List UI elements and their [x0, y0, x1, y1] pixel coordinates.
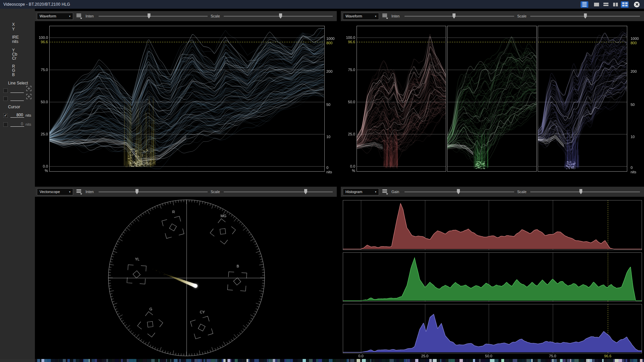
layout-columns-button[interactable] [611, 1, 619, 8]
panel-header: Waveform ▾ Inten Scale [35, 11, 337, 21]
slider-handle[interactable] [136, 189, 139, 194]
vectorscope-target-label: G [149, 307, 152, 311]
axis-label: 800 [326, 41, 332, 45]
sidebar-item-b[interactable]: B [12, 73, 15, 77]
slider-label: Scale [211, 190, 221, 194]
axis-label: 50.0 [341, 100, 355, 104]
slider-handle[interactable] [584, 13, 587, 19]
dropdown-value: Vectorscope [40, 190, 60, 194]
axis-label: 25.0 [341, 132, 355, 136]
scale-slider[interactable] [530, 191, 640, 192]
slider-handle[interactable] [304, 189, 307, 194]
layout-rows-button[interactable] [602, 1, 610, 8]
layout-columns-icon [613, 3, 618, 6]
slider-label: Inten [391, 14, 401, 18]
sidebar-item-y[interactable]: Y [12, 27, 15, 32]
scale-slider-group: Scale [517, 14, 640, 18]
line-select-field-2[interactable] [10, 96, 24, 101]
scale-slider[interactable] [224, 16, 333, 17]
intensity-slider[interactable] [99, 191, 208, 192]
axis-label: nits [631, 170, 636, 174]
scale-slider[interactable] [224, 191, 333, 192]
cursor-unit-label: nits [25, 113, 31, 118]
intensity-slider[interactable] [99, 16, 208, 17]
menu-button[interactable] [581, 1, 588, 8]
axis-label: 0 [631, 165, 633, 170]
line-select-row [3, 95, 34, 101]
layout-rows-icon [603, 3, 608, 6]
waveform-luma-scope: 100.096.675.050.025.00.0%100080020050100… [35, 21, 337, 185]
window-controls [581, 1, 641, 8]
axis-label: nits [326, 170, 332, 174]
scope-type-dropdown[interactable]: Vectorscope ▾ [37, 188, 73, 195]
close-button[interactable] [633, 1, 641, 8]
background-video-sliver [0, 359, 644, 362]
cursor-row-2: 0 nits [3, 121, 34, 127]
scale-slider[interactable] [530, 16, 640, 17]
gain-slider[interactable] [405, 191, 514, 192]
axis-label: 96.6 [601, 354, 614, 358]
scope-type-dropdown[interactable]: Waveform ▾ [343, 13, 379, 20]
slider-handle[interactable] [148, 13, 151, 19]
cursor-checkbox-1[interactable] [3, 113, 8, 118]
videoscope-window: Videoscope - BT.2020/BT.2100 HLG X Y IRE… [0, 0, 644, 362]
intensity-slider-group: Inten [86, 190, 208, 194]
cursor-value-field[interactable]: 800 [10, 113, 24, 118]
options-menu-icon[interactable] [382, 189, 388, 195]
crosshair-pick-icon[interactable] [26, 86, 32, 93]
histogram-scope: 0.025.050.075.096.6 [341, 197, 644, 359]
slider-handle[interactable] [457, 189, 460, 194]
axis-label: 200 [631, 69, 637, 74]
scope-type-dropdown[interactable]: Histogram ▾ [343, 188, 379, 195]
options-menu-icon[interactable] [76, 13, 83, 19]
slider-label: Scale [517, 190, 527, 194]
cursor-checkbox-2[interactable] [3, 122, 8, 127]
waveform-rgb-scope: 100.096.675.050.025.00.0%100080020050100… [341, 21, 644, 185]
axis-label: 75.0 [35, 67, 48, 72]
vectorscope-target-label: MG [220, 214, 226, 218]
intensity-slider[interactable] [405, 16, 514, 17]
slider-label: Gain [391, 190, 401, 194]
intensity-slider-group: Inten [86, 14, 208, 18]
cursor-row-1: 800 nits [3, 112, 34, 118]
vectorscope-target-label: R [172, 210, 175, 214]
slider-handle[interactable] [579, 189, 582, 194]
window-title: Videoscope - BT.2020/BT.2100 HLG [3, 2, 70, 7]
sidebar-item-cr[interactable]: Cr [12, 56, 16, 61]
histogram-canvas [341, 197, 644, 359]
chevron-down-icon: ▾ [375, 15, 376, 18]
slider-handle[interactable] [279, 13, 282, 19]
dropdown-value: Histogram [345, 190, 362, 194]
vectorscope-target-label: CY [200, 310, 205, 314]
vectorscope-target-label: YL [135, 257, 140, 261]
vectorscope-target-label: B [236, 264, 239, 268]
line-select-field-1[interactable] [10, 88, 24, 93]
line-select-checkbox-1[interactable] [3, 88, 8, 93]
slider-label: Scale [517, 14, 527, 18]
axis-label: % [35, 168, 48, 173]
crosshair-pick-icon[interactable] [26, 94, 32, 101]
line-select-checkbox-2[interactable] [3, 97, 8, 101]
sidebar-item-nits[interactable]: nits [12, 40, 18, 44]
axis-label: 200 [326, 69, 332, 74]
axis-label: 0.0 [35, 164, 48, 169]
cursor-value-field[interactable]: 0 [10, 122, 24, 127]
scope-type-dropdown[interactable]: Waveform ▾ [37, 13, 73, 20]
axis-label: 50.0 [35, 100, 48, 104]
axis-label: 25.0 [418, 354, 432, 358]
layout-quad-button[interactable] [621, 1, 629, 8]
sidebar-item-x[interactable]: X [12, 22, 15, 27]
axis-label: 50 [631, 102, 635, 107]
cursor-unit-label: nits [25, 122, 31, 127]
dropdown-value: Waveform [345, 14, 362, 18]
vectorscope-scope: RMGYLBGCY [35, 197, 337, 359]
slider-handle[interactable] [452, 13, 455, 19]
options-menu-icon[interactable] [76, 189, 83, 195]
chevron-down-icon: ▾ [69, 190, 70, 193]
axis-label: 1000 [631, 36, 639, 41]
histogram-panel: Histogram ▾ Gain Scale 0.025.050.075.096… [341, 187, 644, 359]
dropdown-value: Waveform [40, 14, 56, 18]
options-menu-icon[interactable] [382, 13, 388, 19]
layout-single-button[interactable] [593, 1, 600, 8]
layout-quad-icon [622, 2, 628, 6]
